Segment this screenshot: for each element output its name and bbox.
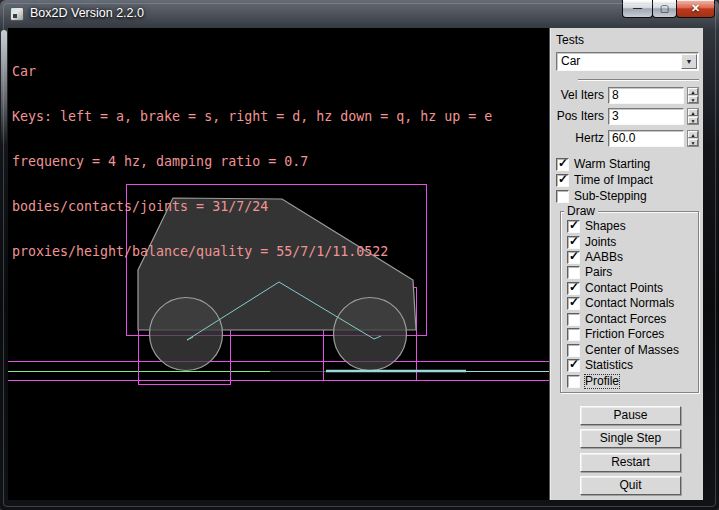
pos-iters-field[interactable]: 3	[608, 108, 684, 125]
pause-button[interactable]: Pause	[580, 406, 681, 425]
checkbox-box: ✓	[567, 359, 580, 372]
separator	[578, 79, 699, 81]
left-wheel	[150, 298, 223, 371]
spinner-down-icon: ▼	[691, 97, 696, 103]
app-icon	[10, 7, 24, 21]
app-window: Box2D Version 2.2.0 — ▢ ✕	[0, 0, 719, 510]
draw-group-title: Draw	[564, 204, 598, 218]
checkbox-box: ✓	[567, 282, 580, 295]
checkbox-label: Contact Normals	[585, 297, 674, 310]
close-button[interactable]: ✕	[676, 0, 715, 18]
spinner-down-button[interactable]: ▼	[688, 96, 698, 103]
checkbox-box: ✓	[567, 251, 580, 264]
vel-iters-field[interactable]: 8	[608, 87, 684, 104]
checkbox-box	[567, 266, 580, 279]
checkbox-label: Sub-Stepping	[574, 190, 647, 203]
checkbox-box: ✓	[556, 158, 569, 171]
info-line: Keys: left = a, brake = s, right = d, hz…	[12, 109, 492, 124]
pos-iters-label: Pos Iters	[550, 108, 604, 125]
check-icon: ✓	[558, 172, 568, 186]
client-area: Car Keys: left = a, brake = s, right = d…	[8, 28, 703, 500]
minimize-button[interactable]: —	[622, 0, 653, 18]
checkbox-box	[567, 375, 580, 388]
spinner-down-icon: ▼	[691, 140, 696, 146]
spinner-up-icon: ▲	[691, 89, 696, 95]
window-controls: — ▢ ✕	[623, 0, 715, 18]
checkbox-label: Statistics	[585, 359, 633, 372]
checkbox-box: ✓	[567, 236, 580, 249]
checkbox-label: Profile	[585, 375, 619, 388]
checkbox-label: AABBs	[585, 251, 623, 264]
quit-button[interactable]: Quit	[580, 476, 681, 495]
check-icon: ✓	[569, 218, 579, 232]
info-line: frequency = 4 hz, damping ratio = 0.7	[12, 154, 492, 169]
single-step-button[interactable]: Single Step	[580, 429, 681, 448]
checkbox-box	[567, 344, 580, 357]
maximize-button[interactable]: ▢	[652, 0, 677, 18]
tests-dropdown-value: Car	[561, 53, 580, 70]
checkbox-box	[556, 190, 569, 203]
spinner-up-button[interactable]: ▲	[688, 109, 698, 116]
checkbox-label: Contact Forces	[585, 313, 666, 326]
checkbox-label: Time of Impact	[574, 174, 653, 187]
spinner-down-icon: ▼	[691, 118, 696, 124]
hertz-field[interactable]: 60.0	[608, 130, 684, 147]
check-icon: ✓	[558, 156, 568, 170]
checkbox-box: ✓	[556, 174, 569, 187]
window-border-highlight	[1, 30, 7, 145]
check-icon: ✓	[569, 280, 579, 294]
minimize-icon: —	[633, 3, 642, 13]
spinner-up-button[interactable]: ▲	[688, 88, 698, 95]
checkbox-label: Shapes	[585, 220, 626, 233]
maximize-icon: ▢	[660, 3, 669, 14]
pos-iters-spinner: ▲ ▼	[687, 108, 699, 125]
vel-iters-label: Vel Iters	[550, 87, 604, 104]
spinner-up-icon: ▲	[691, 132, 696, 138]
spinner-down-button[interactable]: ▼	[688, 139, 698, 146]
info-line: bodies/contacts/joints = 31/7/24	[12, 199, 492, 214]
debug-info-text: Car Keys: left = a, brake = s, right = d…	[12, 34, 492, 289]
checkbox-label: Friction Forces	[585, 328, 664, 341]
info-line: proxies/height/balance/quality = 55/7/1/…	[12, 244, 492, 259]
checkbox-label: Warm Starting	[574, 158, 650, 171]
spinner-up-button[interactable]: ▲	[688, 131, 698, 138]
checkbox-box: ✓	[567, 297, 580, 310]
window-title: Box2D Version 2.2.0	[30, 0, 144, 28]
right-wheel	[334, 298, 407, 371]
check-icon: ✓	[569, 295, 579, 309]
tests-dropdown[interactable]: Car ▼	[556, 52, 699, 71]
checkbox-box: ✓	[567, 220, 580, 233]
control-panel: Tests Car ▼ Vel Iters 8 ▲ ▼ Pos Iters 3 …	[549, 28, 703, 500]
restart-button[interactable]: Restart	[580, 453, 681, 472]
chevron-down-icon: ▼	[686, 53, 693, 70]
checkbox-label: Pairs	[585, 266, 612, 279]
checkbox-box	[567, 328, 580, 341]
spinner-down-button[interactable]: ▼	[688, 117, 698, 124]
check-icon: ✓	[569, 234, 579, 248]
checkbox-label: Joints	[585, 236, 616, 249]
tests-label: Tests	[556, 33, 584, 47]
check-icon: ✓	[569, 249, 579, 263]
simulation-canvas[interactable]: Car Keys: left = a, brake = s, right = d…	[8, 28, 549, 500]
checkbox-box	[567, 313, 580, 326]
info-line: Car	[12, 64, 492, 79]
close-icon: ✕	[691, 2, 700, 15]
hertz-spinner: ▲ ▼	[687, 130, 699, 147]
dropdown-arrow-button[interactable]: ▼	[681, 54, 697, 69]
check-icon: ✓	[569, 357, 579, 371]
checkbox-label: Contact Points	[585, 282, 663, 295]
spinner-up-icon: ▲	[691, 110, 696, 116]
checkbox-label: Center of Masses	[585, 344, 679, 357]
vel-iters-spinner: ▲ ▼	[687, 87, 699, 104]
title-bar[interactable]: Box2D Version 2.2.0 — ▢ ✕	[0, 0, 719, 28]
hertz-label: Hertz	[550, 130, 604, 147]
